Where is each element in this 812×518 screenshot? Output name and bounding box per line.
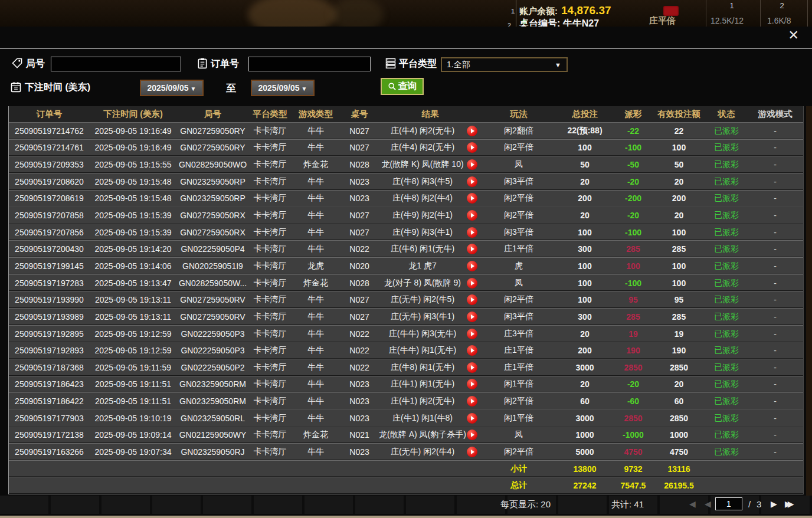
cell-result: 龙1 虎7: [378, 261, 482, 271]
cell-valid-bet: 100: [652, 228, 706, 237]
cell-bet-time: 2025-09-05 19:12:59: [90, 329, 176, 339]
cell-payout: 190: [614, 346, 652, 355]
result-text: 庄(无牛) 闲2(牛5): [378, 294, 467, 305]
cell-bet-time: 2025-09-05 19:16:49: [90, 143, 176, 152]
play-video-icon[interactable]: [467, 379, 477, 389]
play-video-icon[interactable]: [467, 159, 477, 170]
table-row: 2509051972086192025-09-05 19:15:48GN0232…: [9, 190, 803, 207]
cell-round-number: GN023259050RM: [176, 396, 249, 406]
header-order: 订单号: [9, 109, 90, 120]
cell-total-bet: 50: [555, 160, 614, 169]
play-video-icon[interactable]: [467, 176, 477, 187]
play-video-icon[interactable]: [467, 362, 477, 373]
chevron-down-icon: ▼: [191, 86, 197, 92]
cell-platform: 卡卡湾厅: [249, 278, 291, 288]
prev-page-icon[interactable]: ◀: [705, 499, 711, 509]
cell-status: 已派彩: [706, 278, 747, 288]
cell-payout: -100: [614, 278, 652, 288]
first-page-icon[interactable]: ◀: [689, 499, 696, 509]
play-video-icon[interactable]: [467, 227, 477, 238]
result-text: 庄(牛牛) 闲1(无牛): [378, 345, 467, 356]
game-background-top: 1 2 账户余额:14,876.37 桌台编号: 牛牛N27 1 2 庄平倍 1…: [0, 0, 812, 27]
play-video-icon[interactable]: [467, 278, 477, 288]
table-row: 2509051972147622025-09-05 19:16:49GN0272…: [9, 122, 803, 139]
play-video-icon[interactable]: [467, 126, 477, 136]
cell-game-mode: -: [747, 160, 803, 169]
cell-total-bet: 100: [555, 295, 614, 304]
cell-play-type: 闲2平倍: [482, 142, 555, 153]
cell-game-mode: -: [747, 312, 803, 322]
date-from-picker[interactable]: 2025/09/05▼: [140, 80, 204, 96]
cell-order-number: 250905197172138: [9, 430, 90, 440]
game-background-edge: [806, 106, 812, 496]
cell-table-number: N027: [340, 211, 378, 220]
cell-round-number: GN021259050WY: [176, 430, 249, 440]
cell-total-bet: 300: [555, 244, 614, 254]
platform-type-value: 1.全部: [447, 60, 470, 69]
play-video-icon[interactable]: [467, 396, 477, 406]
cell-bet-time: 2025-09-05 19:16:49: [90, 126, 176, 136]
cell-game-mode: -: [747, 430, 803, 440]
play-video-icon[interactable]: [467, 210, 477, 221]
play-video-icon[interactable]: [467, 413, 477, 424]
cell-round-number: GN022259050P3: [176, 329, 249, 339]
cell-platform: 卡卡湾厅: [249, 447, 291, 457]
current-page-input[interactable]: 1: [715, 497, 742, 510]
subtotal-total-bet: 13800: [555, 464, 614, 474]
query-button[interactable]: 查询: [381, 78, 424, 95]
table-row: 2509051971939892025-09-05 19:13:11GN0272…: [9, 308, 803, 325]
result-text: 庄(牛6) 闲1(无牛): [378, 244, 467, 254]
cell-status: 已派彩: [706, 379, 747, 389]
play-video-icon[interactable]: [467, 430, 477, 440]
calendar-icon: [10, 81, 22, 93]
cell-play-type: 凤: [482, 278, 555, 288]
next-page-icon[interactable]: ▶: [771, 499, 777, 509]
cell-platform: 卡卡湾厅: [249, 413, 291, 424]
play-video-icon[interactable]: [467, 294, 477, 305]
cell-valid-bet: 100: [652, 261, 706, 271]
cell-game-mode: -: [747, 211, 803, 220]
play-video-icon[interactable]: [467, 193, 477, 204]
play-video-icon[interactable]: [467, 244, 477, 254]
cell-valid-bet: 2850: [652, 414, 706, 423]
cell-order-number: 250905197192895: [9, 329, 90, 339]
cell-game-mode: -: [747, 244, 803, 254]
play-video-icon[interactable]: [467, 312, 477, 322]
cell-table-number: N022: [340, 346, 378, 355]
cell-play-type: 凤: [482, 159, 555, 170]
date-to-picker[interactable]: 2025/09/05▼: [251, 80, 315, 96]
cell-table-number: N023: [340, 396, 378, 406]
round-number-input[interactable]: [51, 57, 181, 71]
grand-total-payout: 7547.5: [614, 481, 652, 490]
cell-game-type: 牛牛: [291, 345, 340, 356]
play-video-icon[interactable]: [467, 447, 477, 457]
cell-status: 已派彩: [706, 430, 747, 440]
platform-type-select[interactable]: 1.全部 ▼: [441, 57, 568, 72]
cell-game-type: 牛牛: [291, 447, 340, 457]
cell-valid-bet: 20: [652, 211, 706, 220]
cell-game-type: 炸金花: [291, 430, 340, 440]
table-row: 2509051971864222025-09-05 19:11:51GN0232…: [9, 392, 803, 409]
order-number-input[interactable]: [248, 57, 371, 71]
cell-game-mode: -: [747, 261, 803, 271]
play-video-icon[interactable]: [467, 345, 477, 356]
cell-play-type: 凤: [482, 430, 555, 440]
result-text: 龙(散牌 K) 凤(散牌 10): [378, 159, 467, 170]
cell-round-number: GN027259050RV: [176, 295, 249, 304]
cell-round-number: GN020259051I9: [176, 261, 249, 271]
last-page-icon[interactable]: ▶▶: [785, 499, 791, 509]
cell-total-bet: 20: [555, 211, 614, 220]
play-video-icon[interactable]: [467, 142, 477, 153]
cell-result: 庄(牛8) 闲2(牛4): [378, 193, 482, 204]
cell-play-type: 闲3平倍: [482, 227, 555, 238]
play-video-icon[interactable]: [467, 261, 477, 271]
cell-platform: 卡卡湾厅: [249, 227, 291, 238]
cell-result: 庄(牛牛) 闲1(无牛): [378, 345, 482, 356]
cell-result: 庄(牛9) 闲3(牛1): [378, 227, 482, 238]
cell-order-number: 250905197177903: [9, 414, 90, 423]
cell-bet-time: 2025-09-05 19:09:14: [90, 430, 176, 440]
cell-game-mode: -: [747, 414, 803, 423]
cell-platform: 卡卡湾厅: [249, 210, 291, 221]
cell-status: 已派彩: [706, 345, 747, 356]
play-video-icon[interactable]: [467, 329, 477, 339]
